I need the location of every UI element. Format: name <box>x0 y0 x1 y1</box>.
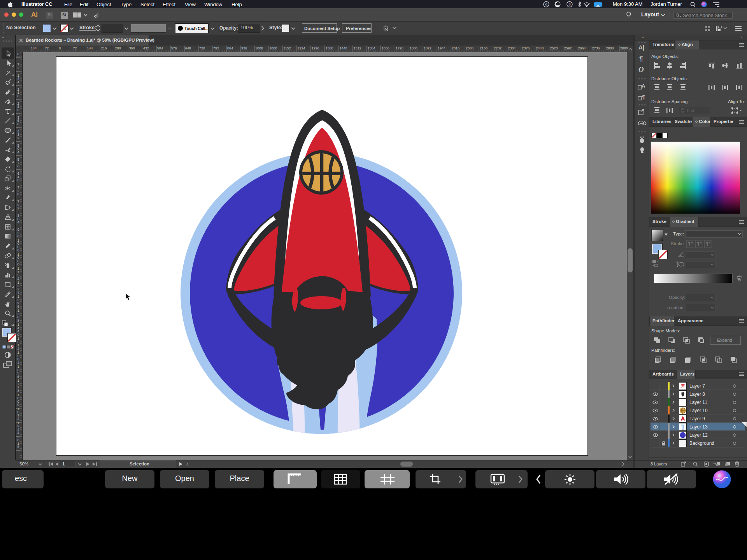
svg-text:A: A <box>642 83 645 89</box>
svg-text:d: d <box>568 2 570 6</box>
svg-text:d: d <box>545 2 547 6</box>
svg-text:¶: ¶ <box>642 94 645 100</box>
